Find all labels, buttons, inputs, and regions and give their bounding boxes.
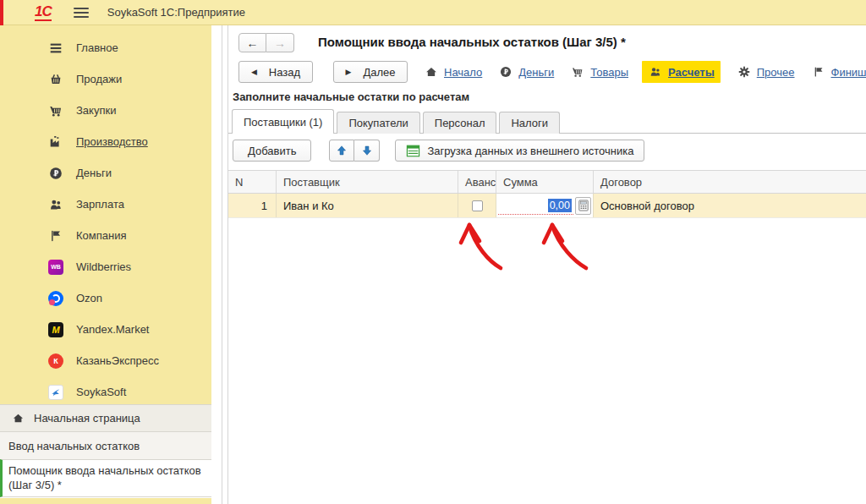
- step-link-label: Начало: [444, 66, 482, 79]
- money-ruble-icon: [498, 64, 513, 79]
- history-forward-button[interactable]: →: [266, 33, 294, 52]
- amount-selected-text: 0,00: [548, 199, 572, 212]
- suppliers-table: N Поставщик Аванс Сумма Договор 1 Иван и…: [228, 170, 866, 218]
- sidebar-item-proizvodstvo[interactable]: Производство: [0, 126, 211, 157]
- next-button[interactable]: ▶ Далее: [333, 61, 408, 83]
- home-icon: [10, 411, 25, 426]
- sidebar-menu: Главное Продажи Закупки Производство Ден…: [0, 25, 211, 404]
- calculator-icon: [578, 200, 589, 211]
- open-windows-list: Начальная страница Ввод начальных остатк…: [0, 404, 211, 497]
- sidebar-item-label: Компания: [76, 229, 127, 242]
- amount-field[interactable]: 0,00: [498, 196, 573, 215]
- hamburger-menu-icon[interactable]: [74, 8, 89, 18]
- window-item-label: Начальная страница: [34, 412, 140, 425]
- table-row[interactable]: 1 Иван и Ко 0,00 Основной договор: [228, 194, 866, 218]
- table-header-row: N Поставщик Аванс Сумма Договор: [228, 170, 866, 194]
- window-item-label: Ввод начальных остатков: [8, 440, 140, 452]
- window-item-pomoshchnik-active[interactable]: Помощник ввода начальных остатков (Шаг 3…: [0, 459, 211, 497]
- red-accent-stripe: [0, 0, 3, 25]
- row-number-cell: 1: [228, 194, 277, 217]
- step-link-finish[interactable]: Финиш: [811, 64, 866, 79]
- add-button[interactable]: Добавить: [233, 140, 311, 162]
- advance-cell: [458, 194, 496, 217]
- supplier-cell[interactable]: Иван и Ко: [277, 194, 458, 217]
- step-link-nachalo[interactable]: Начало: [424, 64, 482, 79]
- ozon-logo: [48, 291, 63, 306]
- step-link-prochee[interactable]: Прочее: [737, 64, 795, 79]
- sidebar-item-soykasoft[interactable]: SoykaSoft: [0, 376, 211, 408]
- reorder-buttons: [329, 140, 380, 162]
- step-link-label: Расчеты: [668, 66, 715, 79]
- window-item-home[interactable]: Начальная страница: [0, 404, 211, 431]
- sidebar-item-label: Производство: [76, 135, 148, 148]
- step-link-raschety-active[interactable]: Расчеты: [642, 61, 721, 83]
- wizard-form: ← → Помощник ввода начальных остатков (Ш…: [228, 25, 866, 504]
- sidebar-item-kazanexpress[interactable]: К КазаньЭкспресс: [0, 345, 211, 376]
- app-window: { "colors": { "accent_red": "#e31e24", "…: [0, 0, 866, 504]
- sales-basket-icon: [48, 72, 63, 87]
- table-toolbar: Добавить Загрузка данных из внешнего ист…: [233, 140, 644, 162]
- back-triangle-icon: ◀: [251, 68, 257, 76]
- move-up-button[interactable]: [329, 140, 354, 162]
- advance-checkbox[interactable]: [472, 200, 483, 211]
- home-icon: [424, 64, 439, 79]
- wildberries-logo: WB: [48, 260, 63, 275]
- sidebar-footer-strip: [0, 498, 211, 504]
- tab-postavshchiki[interactable]: Поставщики (1): [232, 109, 334, 134]
- 1c-logo: 1С: [35, 4, 52, 21]
- salary-people-icon: [48, 197, 63, 212]
- production-factory-icon: [48, 134, 63, 150]
- contract-cell[interactable]: Основной договор: [594, 194, 866, 217]
- tab-personal[interactable]: Персонал: [423, 112, 497, 134]
- move-down-button[interactable]: [354, 140, 380, 162]
- sidebar-item-label: КазаньЭкспресс: [76, 354, 159, 367]
- people-icon: [648, 64, 663, 79]
- step-link-label: Товары: [590, 66, 628, 79]
- top-bar: 1С SoykaSoft 1С:Предприятие: [0, 0, 866, 25]
- back-button[interactable]: ◀ Назад: [238, 61, 313, 83]
- sidebar-item-wildberries[interactable]: WB Wildberries: [0, 251, 211, 282]
- load-button-label: Загрузка данных из внешнего источника: [427, 145, 633, 157]
- flag-icon: [811, 64, 826, 79]
- back-button-label: Назад: [269, 66, 300, 79]
- column-header-advance[interactable]: Аванс: [458, 171, 496, 193]
- sidebar-item-dengi[interactable]: Деньги: [0, 157, 211, 189]
- sidebar-item-glavnoe[interactable]: Главное: [0, 32, 211, 63]
- calculator-button[interactable]: [575, 197, 591, 215]
- column-header-n[interactable]: N: [228, 171, 277, 193]
- column-header-amount[interactable]: Сумма: [496, 171, 594, 193]
- sidebar-item-zarplata[interactable]: Зарплата: [0, 189, 211, 220]
- sidebar-item-label: Wildberries: [76, 260, 131, 273]
- main-list-icon: [48, 41, 63, 56]
- next-button-label: Далее: [363, 66, 395, 79]
- frame-divider-line: [222, 25, 222, 504]
- step-link-label: Финиш: [831, 66, 866, 79]
- sidebar-item-kompaniya[interactable]: Компания: [0, 220, 211, 251]
- step-link-dengi[interactable]: Деньги: [498, 64, 554, 79]
- tab-pokupateli[interactable]: Покупатели: [337, 112, 419, 134]
- purchases-cart-icon: [48, 103, 63, 118]
- app-title: SoykaSoft 1С:Предприятие: [107, 6, 245, 19]
- tab-nalogi[interactable]: Налоги: [499, 112, 560, 134]
- history-back-button[interactable]: ←: [238, 33, 266, 52]
- sidebar-item-label: SoykaSoft: [76, 386, 126, 398]
- up-arrow-icon: [336, 145, 348, 156]
- sidebar-item-zakupki[interactable]: Закупки: [0, 95, 211, 126]
- column-header-supplier[interactable]: Поставщик: [277, 171, 458, 193]
- wizard-step-nav: ◀ Назад ▶ Далее Начало Деньги Товары: [238, 60, 866, 84]
- gear-icon: [737, 64, 752, 79]
- sidebar-item-label: Зарплата: [76, 198, 124, 211]
- column-header-contract[interactable]: Договор: [594, 171, 866, 193]
- sidebar-item-label: Главное: [76, 41, 118, 54]
- money-ruble-icon: [48, 166, 63, 181]
- window-item-label: Помощник ввода начальных остатков (Шаг 3…: [8, 464, 211, 492]
- down-arrow-icon: [361, 145, 373, 156]
- history-nav-group: ← →: [238, 33, 294, 52]
- window-item-vvod-ostatkov[interactable]: Ввод начальных остатков: [0, 431, 211, 459]
- sidebar-item-ozon[interactable]: Ozon: [0, 282, 211, 314]
- sidebar-item-yandex-market[interactable]: M Yandex.Market: [0, 314, 211, 345]
- step-link-tovary[interactable]: Товары: [570, 64, 628, 79]
- sidebar-item-prodazhi[interactable]: Продажи: [0, 63, 211, 95]
- load-external-data-button[interactable]: Загрузка данных из внешнего источника: [395, 140, 644, 162]
- sidebar-item-label: Продажи: [76, 73, 122, 85]
